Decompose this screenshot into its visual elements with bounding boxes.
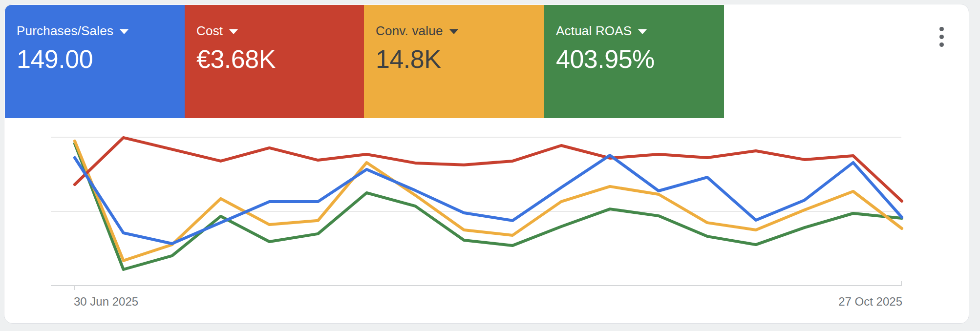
metric-selector-cost[interactable]: Cost xyxy=(196,23,354,38)
metric-scorecards: Purchases/Sales 149.00 Cost €3.68K Conv.… xyxy=(5,5,724,118)
metric-value: 403.95% xyxy=(556,44,714,74)
metric-selector-conv-value[interactable]: Conv. value xyxy=(376,23,534,38)
metric-selector-purchases-sales[interactable]: Purchases/Sales xyxy=(17,23,175,38)
chevron-down-icon xyxy=(229,29,238,34)
metric-selector-actual-roas[interactable]: Actual ROAS xyxy=(556,23,714,38)
chevron-down-icon xyxy=(449,29,458,34)
metric-value: 149.00 xyxy=(17,44,175,74)
series-line-purchases-sales xyxy=(75,155,902,244)
chevron-down-icon xyxy=(638,29,647,34)
x-axis-start-date: 30 Jun 2025 xyxy=(74,294,138,309)
metric-label: Cost xyxy=(196,23,223,38)
more-options-button[interactable] xyxy=(929,21,954,52)
chevron-down-icon xyxy=(120,29,128,34)
x-axis-end-date: 27 Oct 2025 xyxy=(838,294,902,309)
kebab-menu-icon xyxy=(939,27,944,31)
metric-value: 14.8K xyxy=(376,44,534,74)
scorecard-conv-value[interactable]: Conv. value 14.8K xyxy=(364,5,544,118)
ads-overview-page: Purchases/Sales 149.00 Cost €3.68K Conv.… xyxy=(0,0,980,331)
scorecard-purchases-sales[interactable]: Purchases/Sales 149.00 xyxy=(5,5,185,118)
metric-value: €3.68K xyxy=(196,44,354,74)
kebab-menu-icon xyxy=(939,42,944,47)
chart-series-lines xyxy=(75,138,902,269)
metric-label: Purchases/Sales xyxy=(17,23,113,38)
metric-label: Conv. value xyxy=(376,23,443,38)
metric-label: Actual ROAS xyxy=(556,23,632,38)
scorecard-cost[interactable]: Cost €3.68K xyxy=(185,5,364,118)
kebab-menu-icon xyxy=(939,35,944,39)
series-line-cost xyxy=(75,138,902,201)
scorecard-actual-roas[interactable]: Actual ROAS 403.95% xyxy=(544,5,724,118)
